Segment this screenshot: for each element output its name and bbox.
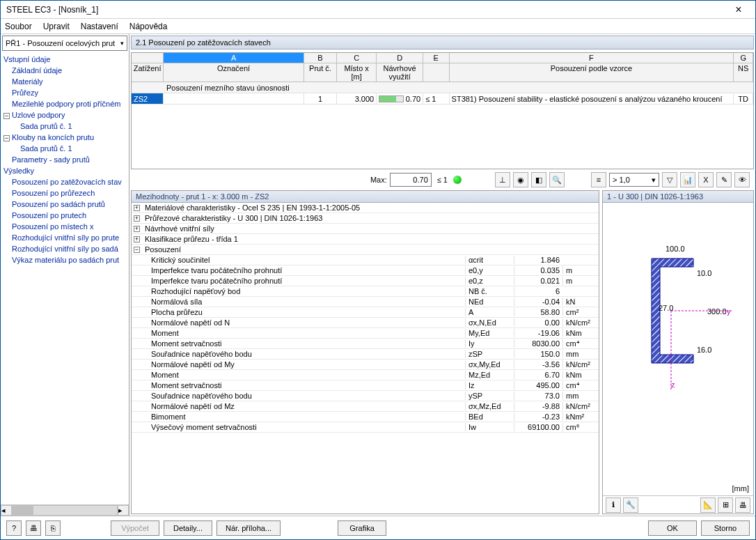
- detail-row[interactable]: Moment setrvačnostiIz495.00cm⁴: [132, 380, 599, 391]
- detail-body[interactable]: +Materiálové charakteristiky - Ocel S 23…: [132, 203, 599, 514]
- graphics-button[interactable]: Grafika: [338, 520, 386, 536]
- detail-label: Kritický součinitel: [132, 256, 465, 264]
- tree-item[interactable]: Sada prutů č. 1: [1, 121, 129, 132]
- result-grid[interactable]: A B C D E F G Zatížení Označení Prut č. …: [131, 52, 754, 169]
- tree-item[interactable]: Posouzení po sadách prutů: [1, 199, 129, 210]
- col-head-e[interactable]: E: [423, 53, 449, 63]
- print-icon[interactable]: 🖶: [735, 497, 750, 513]
- svg-text:z: z: [671, 380, 675, 389]
- col-head-c[interactable]: C: [337, 53, 377, 63]
- detail-row[interactable]: MomentMz,Ed6.70kNm: [132, 370, 599, 380]
- tree-item-hinges[interactable]: −Klouby na koncích prutu: [1, 132, 129, 143]
- tree-item[interactable]: Materiály: [1, 76, 129, 87]
- menu-help[interactable]: Nápověda: [129, 22, 168, 31]
- tree-item[interactable]: Posouzení po místech x: [1, 221, 129, 232]
- tree-item[interactable]: Průřezy: [1, 87, 129, 98]
- tool-icon[interactable]: ⎘: [45, 520, 61, 536]
- tree-item[interactable]: Posouzení po průřezech: [1, 187, 129, 199]
- nav-tree: Vstupní údaje Základní údaje Materiály P…: [1, 52, 129, 504]
- detail-unit: kN/cm²: [562, 402, 599, 410]
- print-icon[interactable]: 🖶: [26, 520, 41, 536]
- detail-row[interactable]: Imperfekce tvaru počátečního prohnutíe0,…: [132, 265, 599, 276]
- tool-icon[interactable]: ◉: [513, 172, 528, 187]
- calculate-button[interactable]: Výpočet: [111, 520, 159, 536]
- ok-button[interactable]: OK: [648, 520, 697, 536]
- tree-item[interactable]: Parametry - sady prutů: [1, 154, 129, 165]
- detail-label: Normálové napětí od My: [132, 360, 465, 369]
- details-button[interactable]: Detaily...: [164, 520, 212, 536]
- case-combo-text: PŘ1 - Posouzení ocelových prut: [6, 39, 115, 47]
- grid-row[interactable]: ZS2 1 3.000 0.70 ≤ 1 ST381) Posouzení st…: [132, 93, 753, 105]
- close-icon[interactable]: ×: [727, 3, 750, 16]
- preview-canvas[interactable]: 100.0 300.0 10.0 16.0 27.0 y z [mm]: [603, 203, 753, 495]
- detail-row[interactable]: Imperfekce tvaru počátečního prohnutíe0,…: [132, 276, 599, 286]
- export-excel-icon[interactable]: X: [698, 172, 714, 187]
- tree-item[interactable]: Sada prutů č. 1: [1, 143, 129, 154]
- detail-group[interactable]: +Klasifikace průřezu - třída 1: [132, 234, 599, 245]
- tool-icon[interactable]: ◧: [531, 172, 546, 187]
- filter-combo[interactable]: > 1,0▾: [609, 173, 659, 187]
- tree-item[interactable]: Posouzení po prutech: [1, 210, 129, 221]
- col-label: Zatížení: [132, 63, 164, 82]
- menu-file[interactable]: Soubor: [5, 22, 32, 31]
- detail-row[interactable]: Normálové napětí od Mzσx,Mz,Ed-9.88kN/cm…: [132, 401, 599, 412]
- tree-item[interactable]: Rozhodující vnitřní síly po sadá: [1, 243, 129, 254]
- menu-settings[interactable]: Nastavení: [81, 22, 118, 31]
- detail-group[interactable]: −Posouzení: [132, 245, 599, 255]
- col-head-a[interactable]: A: [164, 53, 304, 63]
- tree-item[interactable]: Výkaz materiálu po sadách prut: [1, 254, 129, 265]
- col-head-g[interactable]: G: [734, 53, 753, 63]
- svg-text:y: y: [727, 307, 731, 316]
- detail-row[interactable]: Souřadnice napěťového boduySP73.0mm: [132, 391, 599, 401]
- tool-icon[interactable]: 📊: [680, 172, 695, 187]
- case-combo[interactable]: PŘ1 - Posouzení ocelových prut ▾: [2, 36, 127, 51]
- help-icon[interactable]: ?: [6, 520, 22, 536]
- tool-icon[interactable]: ≡: [591, 172, 606, 187]
- detail-row[interactable]: BimomentBEd-0.23kNm²: [132, 412, 599, 422]
- annex-button[interactable]: Nár. příloha...: [216, 520, 281, 536]
- tree-item[interactable]: Rozhodující vnitřní síly po prute: [1, 232, 129, 243]
- detail-unit: mm: [562, 350, 599, 358]
- tree-item[interactable]: Mezilehlé podpory proti příčném: [1, 98, 129, 109]
- cancel-button[interactable]: Storno: [701, 520, 750, 536]
- tool-icon[interactable]: ⊞: [718, 497, 733, 513]
- menu-edit[interactable]: Upravit: [43, 22, 70, 31]
- detail-value: -19.06: [514, 329, 562, 337]
- tool-icon[interactable]: 🔍: [549, 172, 565, 187]
- detail-row[interactable]: Výsečový moment setrvačnostiIw69100.00cm…: [132, 422, 599, 433]
- tool-icon[interactable]: 📐: [700, 497, 716, 513]
- tree-group-results[interactable]: Výsledky: [1, 165, 129, 176]
- detail-row[interactable]: Normálová sílaNEd-0.04kN: [132, 297, 599, 307]
- tool-icon[interactable]: ⊥: [495, 172, 510, 187]
- detail-row[interactable]: Normálové napětí od Nσx,N,Ed0.00kN/cm²: [132, 318, 599, 328]
- detail-row[interactable]: Moment setrvačnostiIy8030.00cm⁴: [132, 339, 599, 349]
- detail-row[interactable]: Rozhodující napěťový bodNB č.6: [132, 286, 599, 297]
- filter-icon[interactable]: ▽: [662, 172, 677, 187]
- detail-row[interactable]: MomentMy,Ed-19.06kNm: [132, 328, 599, 339]
- tree-group-input[interactable]: Vstupní údaje: [1, 54, 129, 65]
- detail-row[interactable]: Normálové napětí od Myσx,My,Ed-3.56kN/cm…: [132, 360, 599, 370]
- detail-value: -3.56: [514, 360, 562, 369]
- col-label: Návrhové využití: [377, 63, 423, 82]
- detail-row[interactable]: Plocha průřezuA58.80cm²: [132, 307, 599, 318]
- detail-row[interactable]: Souřadnice napěťového boduzSP150.0mm: [132, 349, 599, 360]
- tool-icon[interactable]: 🔧: [623, 497, 638, 513]
- tree-item[interactable]: Základní údaje: [1, 65, 129, 76]
- max-value[interactable]: [390, 173, 432, 187]
- eye-icon[interactable]: 👁: [734, 172, 750, 187]
- detail-group[interactable]: +Návrhové vnitřní síly: [132, 224, 599, 234]
- tree-item[interactable]: Posouzení po zatěžovacích stav: [1, 176, 129, 187]
- tool-icon[interactable]: ✎: [716, 172, 732, 187]
- col-head-b[interactable]: B: [304, 53, 337, 63]
- detail-group[interactable]: +Průřezové charakteristiky - U 300 | DIN…: [132, 213, 599, 224]
- detail-group[interactable]: +Materiálové charakteristiky - Ocel S 23…: [132, 203, 599, 213]
- col-head-f[interactable]: F: [450, 53, 734, 63]
- h-scrollbar[interactable]: ◂▸: [1, 504, 129, 516]
- detail-row[interactable]: Kritický součinitelαcrit1.846: [132, 255, 599, 265]
- tree-item-supports[interactable]: −Uzlové podpory: [1, 109, 129, 121]
- col-head-d[interactable]: D: [377, 53, 423, 63]
- info-icon[interactable]: ℹ: [606, 497, 621, 513]
- chevron-down-icon: ▾: [120, 40, 124, 47]
- detail-unit: m: [562, 266, 599, 275]
- cell: TD: [734, 93, 753, 104]
